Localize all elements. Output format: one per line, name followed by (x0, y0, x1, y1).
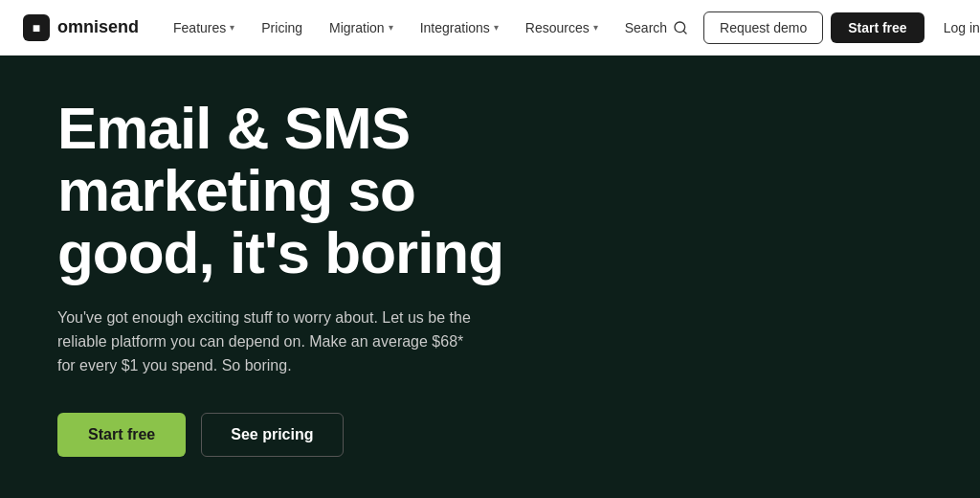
nav-item-integrations[interactable]: Integrations ▾ (409, 12, 510, 43)
chevron-down-icon: ▾ (230, 22, 234, 33)
nav-item-features[interactable]: Features ▾ (162, 12, 246, 43)
chevron-down-icon: ▾ (593, 22, 598, 33)
hero-section: Email & SMS marketing so good, it's bori… (0, 56, 980, 498)
start-free-nav-button[interactable]: Start free (831, 12, 924, 43)
nav-item-resources[interactable]: Resources ▾ (514, 12, 610, 43)
search-button[interactable]: Search (617, 14, 696, 41)
svg-line-1 (683, 31, 686, 34)
hero-buttons: Start free See pricing (57, 413, 923, 457)
search-icon (673, 20, 688, 35)
login-button[interactable]: Log in (932, 12, 980, 43)
chevron-down-icon: ▾ (494, 22, 499, 33)
navigation: ■ omnisend Features ▾ Pricing Migration … (0, 0, 980, 56)
search-label: Search (625, 20, 667, 35)
logo-text: omnisend (57, 17, 139, 37)
hero-headline: Email & SMS marketing so good, it's bori… (57, 97, 555, 283)
nav-links: Features ▾ Pricing Migration ▾ Integrati… (162, 12, 610, 43)
logo[interactable]: ■ omnisend (23, 14, 139, 41)
hero-subtext: You've got enough exciting stuff to worr… (57, 306, 479, 377)
chevron-down-icon: ▾ (389, 22, 393, 33)
start-free-hero-button[interactable]: Start free (57, 413, 186, 457)
nav-item-migration[interactable]: Migration ▾ (318, 12, 405, 43)
logo-icon: ■ (23, 14, 50, 41)
nav-item-pricing[interactable]: Pricing (250, 12, 314, 43)
request-demo-button[interactable]: Request demo (703, 11, 823, 44)
nav-right: Search Request demo Start free Log in (617, 11, 980, 44)
see-pricing-button[interactable]: See pricing (201, 413, 343, 457)
